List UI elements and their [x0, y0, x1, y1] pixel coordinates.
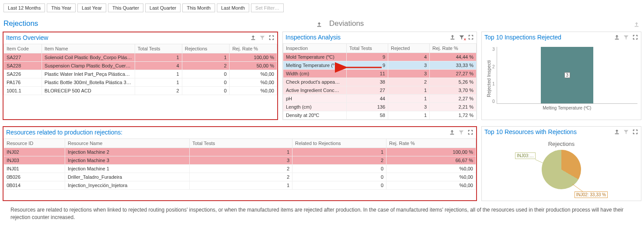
table-cell: 100,00 %	[230, 53, 277, 62]
table-cell: 2	[182, 62, 230, 70]
y-axis-label: Rejected Inspecti	[485, 47, 492, 110]
col-header[interactable]: Related to Rejections	[292, 139, 386, 148]
table-cell: INJ03	[4, 156, 65, 165]
export-icon[interactable]	[633, 21, 640, 28]
table-cell: 2,21 %	[430, 103, 477, 111]
table-cell: 1	[388, 111, 430, 120]
filter-icon[interactable]	[259, 35, 265, 41]
pie-graphic[interactable]	[542, 150, 581, 189]
table-cell: PA176	[4, 78, 42, 87]
export-icon[interactable]	[449, 129, 455, 136]
table-cell: 1	[190, 181, 292, 190]
table-cell: INJ01	[4, 165, 65, 173]
table-row[interactable]: SA228Suspension Clamp Plastic Body_Cuer……	[4, 62, 277, 70]
table-row[interactable]: SA226Plastic Water Inlet Part_Peça Plást…	[4, 70, 277, 78]
table-cell: 1	[135, 70, 182, 78]
table-cell: 2,27 %	[430, 95, 477, 103]
filter-this-month[interactable]: This Month	[182, 4, 215, 12]
table-row[interactable]: 1001.1BLORECEP 500 ACD20%0,00	[4, 87, 277, 95]
table-cell: SA228	[4, 62, 42, 70]
table-cell: 0	[182, 87, 230, 95]
table-cell: %0,00	[230, 70, 277, 78]
table-cell: 11	[347, 70, 388, 78]
table-cell: 3	[190, 156, 292, 165]
col-header[interactable]: Resource Name	[65, 139, 190, 148]
table-row[interactable]: Density at 20ºC5811,72 %	[283, 111, 477, 120]
filter-this-year[interactable]: This Year	[47, 4, 76, 12]
table-row[interactable]: SA227Solenoid Coil Plastic Body_Corpo Pl…	[4, 53, 277, 62]
export-icon[interactable]	[613, 34, 620, 41]
resources-table: Resource ID Resource Name Total Tests Re…	[3, 138, 476, 190]
filter-active-icon[interactable]: ×	[458, 34, 465, 41]
table-cell: 100,00 %	[386, 148, 476, 156]
chart-bar[interactable]: 3	[541, 47, 593, 103]
table-row[interactable]: Length (cm)13632,21 %	[283, 103, 477, 111]
table-cell: 9	[347, 53, 388, 61]
col-header[interactable]: Inspection	[283, 44, 347, 53]
filter-last-year[interactable]: Last Year	[77, 4, 106, 12]
table-cell: 3	[388, 103, 430, 111]
table-cell: 0	[292, 181, 386, 190]
panel-resources: Resources related to production rejectio…	[3, 126, 477, 201]
table-row[interactable]: INJ02Injection Machine 211100,00 %	[4, 148, 476, 156]
col-header[interactable]: Resource ID	[4, 139, 65, 148]
col-header[interactable]: Total Tests	[190, 139, 292, 148]
table-row[interactable]: 0B026Driller_Taladro_Furadeira20%0,00	[4, 173, 476, 181]
table-cell: 3	[388, 61, 430, 70]
col-header[interactable]: Total Tests	[135, 44, 182, 53]
table-row[interactable]: Active Ingredient Conc…2713,70 %	[283, 86, 477, 95]
export-icon[interactable]	[613, 129, 620, 135]
section-deviations-title: Deviations	[328, 18, 365, 32]
table-cell: 4	[388, 53, 430, 61]
expand-icon[interactable]	[467, 34, 474, 41]
table-row[interactable]: Width (cm)11327,27 %	[283, 70, 477, 78]
col-header[interactable]: Item Name	[42, 44, 135, 53]
table-cell: 2	[135, 87, 182, 95]
table-row[interactable]: 0B014Injection_Inyección_Injetora10%0,00	[4, 181, 476, 190]
panel-title: Resources related to production rejectio…	[6, 129, 122, 136]
filter-icon[interactable]	[623, 129, 629, 135]
table-cell: 2	[388, 78, 430, 86]
table-cell: 1	[388, 95, 430, 103]
table-row[interactable]: pH4412,27 %	[283, 95, 477, 103]
table-cell: %0,00	[230, 78, 277, 87]
filter-last-quarter[interactable]: Last Quarter	[145, 4, 181, 12]
export-icon[interactable]	[316, 21, 322, 28]
col-header[interactable]: Rej. Rate %	[230, 44, 277, 53]
filter-icon[interactable]	[623, 34, 629, 41]
col-header[interactable]: Rej. Rate %	[430, 44, 477, 53]
export-icon[interactable]	[449, 34, 456, 41]
export-icon[interactable]	[250, 35, 256, 41]
pie-slice-label: INJ03:…	[515, 152, 536, 159]
table-row[interactable]: INJ03Injection Machine 33266,67 %	[4, 156, 476, 165]
filter-this-quarter[interactable]: This Quarter	[108, 4, 143, 12]
table-cell: Mold Temperature (ºC)	[283, 53, 347, 61]
col-header[interactable]: Item Code	[4, 44, 42, 53]
table-cell: SA226	[4, 70, 42, 78]
filter-last-month[interactable]: Last Month	[217, 4, 249, 12]
table-cell: %0,00	[386, 173, 476, 181]
table-row[interactable]: Mold Temperature (ºC)9444,44 %	[283, 53, 477, 61]
x-axis-category: Melting Temperature (ºC)	[497, 104, 637, 110]
table-cell: 2	[190, 173, 292, 181]
filter-icon[interactable]	[458, 129, 464, 136]
table-row[interactable]: Melting Temperature (º…9333,33 %	[283, 61, 477, 70]
expand-icon[interactable]	[268, 35, 275, 41]
table-row[interactable]: INJ01Injection Machine 120%0,00	[4, 165, 476, 173]
col-header[interactable]: Rejections	[182, 44, 230, 53]
svg-line-2	[572, 184, 583, 192]
filter-set-custom[interactable]: Set Filter…	[251, 4, 284, 12]
expand-icon[interactable]	[467, 129, 473, 136]
expand-icon[interactable]	[632, 129, 638, 135]
table-cell: SA227	[4, 53, 42, 62]
table-row[interactable]: PA176Plastic Bottle 300ml_Botella Plásti…	[4, 78, 277, 87]
table-cell: 1	[182, 53, 230, 62]
col-header[interactable]: Rejected	[388, 44, 430, 53]
col-header[interactable]: Total Tests	[347, 44, 388, 53]
expand-icon[interactable]	[632, 34, 638, 41]
table-cell: %0,00	[386, 181, 476, 190]
table-row[interactable]: Check product's appea…3825,26 %	[283, 78, 477, 86]
col-header[interactable]: Rej. Rate %	[386, 139, 476, 148]
table-cell: Suspension Clamp Plastic Body_Cuer…	[42, 62, 135, 70]
filter-last-12-months[interactable]: Last 12 Months	[3, 4, 45, 12]
